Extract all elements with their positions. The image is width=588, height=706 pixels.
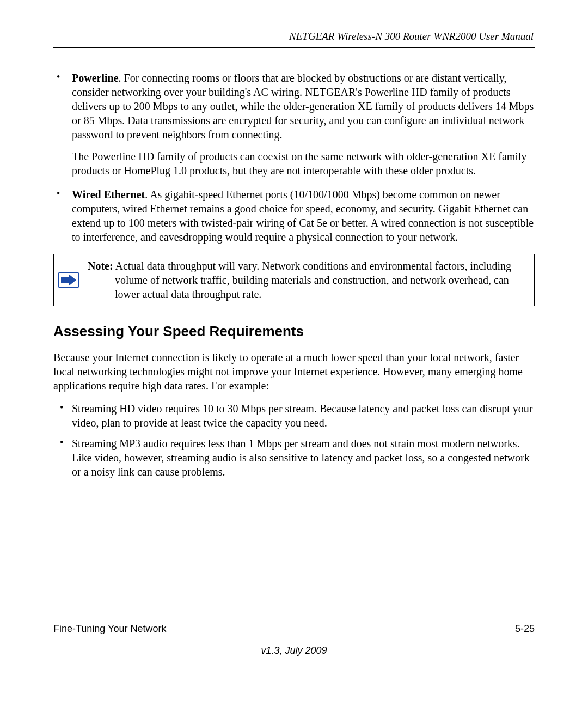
footer-version: v1.3, July 2009 <box>53 644 535 657</box>
arrow-right-icon <box>58 272 79 288</box>
note-box: Note: Actual data throughput will vary. … <box>53 254 535 306</box>
footer-page-number: 5-25 <box>515 623 535 635</box>
list-item: Wired Ethernet. As gigabit-speed Etherne… <box>53 187 535 244</box>
page-footer: Fine-Tuning Your Network 5-25 v1.3, July… <box>53 616 535 657</box>
paragraph: Wired Ethernet. As gigabit-speed Etherne… <box>72 187 535 244</box>
list-item: Streaming MP3 audio requires less than 1… <box>53 436 535 479</box>
footer-rule <box>53 616 535 616</box>
footer-line: Fine-Tuning Your Network 5-25 <box>53 623 535 635</box>
page: NETGEAR Wireless-N 300 Router WNR2000 Us… <box>0 0 588 706</box>
list-item: Powerline. For connecting rooms or floor… <box>53 71 535 178</box>
bullet-lead: Wired Ethernet <box>72 188 145 200</box>
list-item: Streaming HD video requires 10 to 30 Mbp… <box>53 401 535 430</box>
running-header: NETGEAR Wireless-N 300 Router WNR2000 Us… <box>53 30 535 44</box>
lower-bullet-list: Streaming HD video requires 10 to 30 Mbp… <box>53 401 535 479</box>
paragraph: Powerline. For connecting rooms or floor… <box>72 71 535 142</box>
section-heading: Assessing Your Speed Requirements <box>53 322 535 341</box>
note-body: Actual data throughput will vary. Networ… <box>113 260 511 300</box>
bullet-text: . For connecting rooms or floors that ar… <box>72 72 534 141</box>
bullet-lead: Powerline <box>72 72 119 84</box>
intro-paragraph: Because your Internet connection is like… <box>53 350 535 393</box>
note-label: Note: <box>88 260 113 272</box>
header-rule <box>53 47 535 48</box>
paragraph: The Powerline HD family of products can … <box>72 149 535 178</box>
note-icon-cell <box>54 254 83 306</box>
footer-section: Fine-Tuning Your Network <box>53 623 166 635</box>
note-text: Note: Actual data throughput will vary. … <box>83 254 534 306</box>
top-bullet-list: Powerline. For connecting rooms or floor… <box>53 71 535 244</box>
